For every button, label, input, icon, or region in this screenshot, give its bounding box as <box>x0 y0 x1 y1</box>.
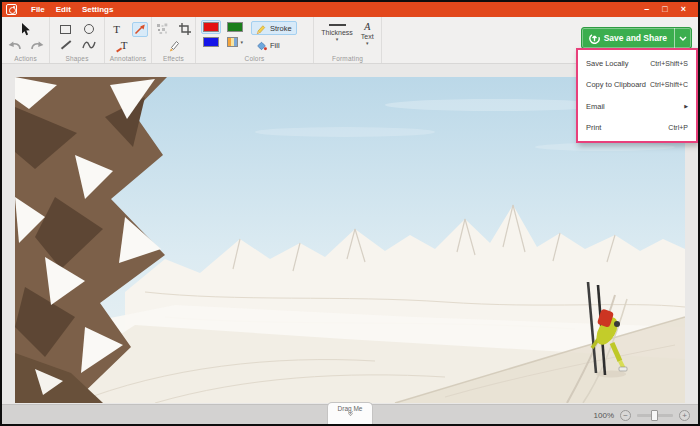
section-formatting-label: Formating <box>314 55 381 62</box>
section-colors: ▾ Stroke Fill Colors <box>196 17 314 63</box>
color-swatch-blue[interactable] <box>201 35 221 49</box>
zoom-in-button[interactable]: + <box>679 410 690 421</box>
cursor-icon <box>20 23 31 36</box>
blur-icon <box>156 23 168 35</box>
line-tool[interactable] <box>58 38 74 53</box>
undo-button[interactable] <box>6 38 22 53</box>
color-swatches: ▾ <box>201 21 245 52</box>
text-format-icon: A <box>364 21 370 32</box>
color-swatch-red[interactable] <box>201 20 221 34</box>
crop-icon <box>179 23 191 35</box>
text-format-label: Text <box>361 33 374 40</box>
menu-item-label: Save Locally <box>586 59 629 68</box>
menu-item-shortcut: Ctrl+Shift+C <box>650 81 688 88</box>
titlebar: File Edit Settings – □ × <box>2 2 698 17</box>
redo-button[interactable] <box>29 38 45 53</box>
fill-button[interactable]: Fill <box>251 38 297 52</box>
section-colors-label: Colors <box>196 55 313 62</box>
undo-icon <box>8 41 21 50</box>
menu-item-label: Print <box>586 123 601 132</box>
arrow-icon <box>134 23 146 35</box>
section-effects-label: Effects <box>152 55 195 62</box>
swatch-dropdown-caret-icon[interactable]: ▾ <box>240 40 243 45</box>
minimize-button[interactable]: – <box>644 3 649 16</box>
save-and-share-dropdown-button[interactable] <box>674 28 691 48</box>
menu-file[interactable]: File <box>31 2 45 17</box>
rectangle-icon <box>60 25 71 34</box>
drag-grip-icon <box>348 413 353 416</box>
maximize-button[interactable]: □ <box>662 3 667 16</box>
ellipse-icon <box>84 24 94 34</box>
section-formatting: Thickness ▾ A Text ▾ Formating <box>314 17 382 63</box>
save-and-share-main[interactable]: Save and Share <box>582 28 674 48</box>
arrow-tool[interactable] <box>132 22 148 37</box>
text-format-dropdown[interactable]: A Text ▾ <box>361 21 374 46</box>
stroke-label: Stroke <box>270 24 292 33</box>
menubar: File Edit Settings <box>31 2 113 17</box>
app-window: File Edit Settings – □ × <box>0 0 700 426</box>
section-actions: Actions <box>2 17 50 63</box>
callout-text-tool[interactable]: T <box>116 38 132 53</box>
text-format-caret-icon: ▾ <box>366 41 369 46</box>
callout-text-icon: T <box>121 40 128 51</box>
section-annotations-label: Annotations <box>105 55 151 62</box>
window-controls: – □ × <box>644 3 694 16</box>
line-icon <box>60 41 70 50</box>
crop-tool[interactable] <box>177 22 193 37</box>
blue-swatch-icon <box>203 37 219 47</box>
rectangle-tool[interactable] <box>58 22 74 37</box>
stroke-pencil-icon <box>256 23 267 34</box>
custom-swatch-icon <box>227 37 238 47</box>
section-effects: Effects <box>152 17 196 63</box>
color-swatch-green[interactable] <box>225 20 245 34</box>
menu-settings[interactable]: Settings <box>82 2 114 17</box>
menu-edit[interactable]: Edit <box>56 2 71 17</box>
share-dropdown-menu: Save Locally Ctrl+Shift+S Copy to Clipbo… <box>576 48 698 143</box>
zoom-slider-handle[interactable] <box>651 410 658 421</box>
menu-item-label: Copy to Clipboard <box>586 80 646 89</box>
zoom-out-button[interactable]: − <box>620 410 631 421</box>
share-upload-icon <box>589 33 600 44</box>
thickness-icon <box>329 24 346 26</box>
section-shapes-label: Shapes <box>50 55 104 62</box>
ellipse-tool[interactable] <box>81 22 97 37</box>
close-button[interactable]: × <box>681 3 686 16</box>
menu-item-print[interactable]: Print Ctrl+P <box>578 117 696 138</box>
curve-icon <box>82 40 96 50</box>
color-swatch-custom[interactable]: ▾ <box>225 35 245 49</box>
thickness-dropdown[interactable]: Thickness ▾ <box>321 21 353 46</box>
app-logo-icon <box>6 4 17 15</box>
menu-item-shortcut: Ctrl+P <box>668 124 688 131</box>
thickness-caret-icon: ▾ <box>336 37 339 42</box>
curve-tool[interactable] <box>81 38 97 53</box>
menu-item-save-locally[interactable]: Save Locally Ctrl+Shift+S <box>578 53 696 74</box>
text-tool[interactable]: T <box>109 22 125 37</box>
submenu-arrow-icon: ▶ <box>684 103 688 109</box>
menu-item-copy-to-clipboard[interactable]: Copy to Clipboard Ctrl+Shift+C <box>578 74 696 95</box>
red-swatch-icon <box>203 22 219 32</box>
redo-icon <box>31 41 44 50</box>
thickness-label: Thickness <box>321 29 353 36</box>
drag-handle[interactable]: Drag Me <box>327 402 373 424</box>
green-swatch-icon <box>227 22 243 32</box>
section-actions-label: Actions <box>2 55 49 62</box>
save-and-share-button[interactable]: Save and Share <box>581 27 692 49</box>
fill-label: Fill <box>270 41 280 50</box>
zoom-controls: 100% − + <box>594 410 690 421</box>
chevron-down-icon <box>679 36 687 41</box>
fill-bucket-icon <box>256 40 267 51</box>
highlighter-icon <box>168 39 180 52</box>
zoom-level-label: 100% <box>594 411 614 420</box>
menu-item-email[interactable]: Email ▶ <box>578 96 696 117</box>
menu-item-label: Email <box>586 102 605 111</box>
text-tool-icon: T <box>113 24 120 35</box>
section-shapes: Shapes <box>50 17 105 63</box>
blur-tool[interactable] <box>154 22 170 37</box>
pointer-tool[interactable] <box>18 22 34 37</box>
section-annotations: T T Annotations <box>105 17 152 63</box>
stroke-button[interactable]: Stroke <box>251 21 297 35</box>
menu-item-shortcut: Ctrl+Shift+S <box>650 60 688 67</box>
zoom-slider[interactable] <box>637 414 673 417</box>
highlighter-tool[interactable] <box>166 38 182 53</box>
save-and-share-label: Save and Share <box>604 33 667 43</box>
